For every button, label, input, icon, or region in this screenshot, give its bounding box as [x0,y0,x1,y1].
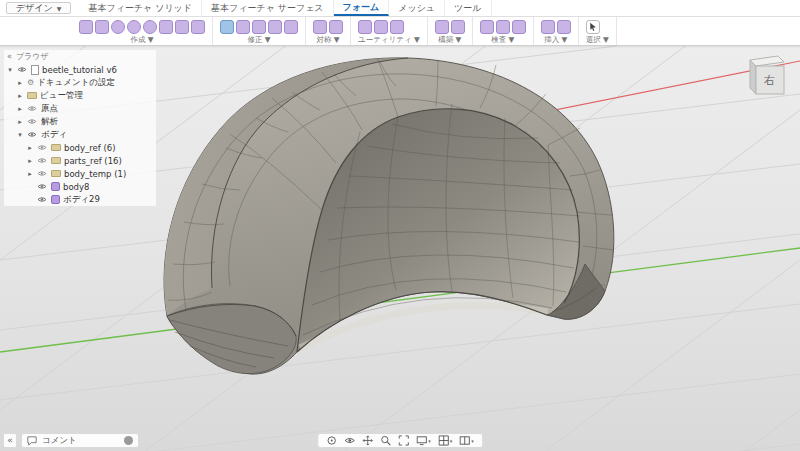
viewports-icon[interactable]: ▾ [459,435,474,446]
sphere-primitive-icon[interactable] [127,20,141,34]
edit-form-icon[interactable] [220,20,234,34]
convert-icon[interactable] [390,20,404,34]
fit-icon[interactable] [398,435,409,446]
disclosure-icon[interactable]: ▸ [26,170,34,178]
plane-primitive-icon[interactable] [95,20,109,34]
insert-svg-icon[interactable] [557,20,571,34]
3d-viewport[interactable]: « ブラウザ ▾ beetle_tutorial v6 ▸ ⚙ ドキュメントの設… [0,46,800,451]
group-label-modify[interactable]: 修正 ▼ [220,35,298,45]
view-cube-left-face[interactable] [750,60,756,94]
circular-internal-icon[interactable] [329,20,343,34]
visibility-eye-icon[interactable] [37,183,48,191]
insert-mesh-icon[interactable] [541,20,555,34]
group-label-select[interactable]: 選択 ▼ [586,35,609,45]
disclosure-icon[interactable]: ▸ [16,79,24,87]
grid-settings-icon[interactable]: ▾ [438,435,453,446]
toolbar-group-modify: 修正 ▼ [213,17,306,45]
comments-bar[interactable]: コメント [21,433,139,448]
display-mode-icon[interactable] [358,20,372,34]
tab-mesh[interactable]: メッシュ [389,0,445,16]
tree-item-body-ref[interactable]: ▸ body_ref (6) [4,141,156,154]
face-primitive-icon[interactable] [191,20,205,34]
measure-icon[interactable] [480,20,494,34]
tspline-body-icon [51,195,60,204]
folder-icon [27,92,37,99]
visibility-eye-icon[interactable] [27,118,38,126]
collapse-browser-icon[interactable]: « [7,52,12,61]
curvature-icon[interactable] [496,20,510,34]
visibility-eye-icon[interactable] [27,105,38,113]
repair-body-icon[interactable] [374,20,388,34]
visibility-eye-icon[interactable] [37,196,48,204]
tab-label: 基本フィーチャ ソリッド [88,2,192,15]
visibility-eye-icon[interactable] [27,131,38,139]
tree-item-label: body_temp (1) [64,169,126,179]
box-primitive-icon[interactable] [79,20,93,34]
app-header: デザイン ▼ 基本フィーチャ ソリッド 基本フィーチャ サーフェス フォーム メ… [0,0,800,46]
merge-edge-icon[interactable] [268,20,282,34]
group-label-utilities[interactable]: ユーティリティ ▼ [358,35,420,45]
axis-icon[interactable] [451,20,465,34]
visibility-eye-icon[interactable] [37,170,48,178]
tree-item-body8[interactable]: body8 [4,180,156,193]
collapse-palette-button[interactable]: « [3,433,17,448]
tree-item-label: body8 [63,182,89,192]
bridge-icon[interactable] [284,20,298,34]
tab-solid[interactable]: 基本フィーチャ ソリッド [79,0,202,16]
tab-surface[interactable]: 基本フィーチャ サーフェス [202,0,334,16]
tree-item-parts-ref[interactable]: ▸ parts_ref (16) [4,154,156,167]
subdivide-icon[interactable] [252,20,266,34]
mirror-internal-icon[interactable] [313,20,327,34]
group-label-create[interactable]: 作成 ▼ [79,35,205,45]
group-label-construct[interactable]: 構築 ▼ [435,35,465,45]
select-cursor-icon[interactable] [586,20,600,34]
disclosure-icon[interactable]: ▾ [6,66,14,74]
tree-item-origin[interactable]: ▸ 原点 [4,102,156,115]
folder-icon [51,144,61,151]
zoom-icon[interactable] [380,435,391,446]
toolbar-group-construct: 構築 ▼ [428,17,473,45]
disclosure-icon[interactable]: ▸ [16,118,24,126]
look-at-icon[interactable] [344,435,355,446]
workspace-selector[interactable]: デザイン ▼ [6,2,71,14]
visibility-eye-icon[interactable] [37,157,48,165]
group-label-inspect[interactable]: 検査 ▼ [480,35,526,45]
group-label-symmetry[interactable]: 対称 ▼ [313,35,343,45]
visibility-eye-icon[interactable] [37,144,48,152]
pan-icon[interactable] [362,435,373,446]
visibility-eye-icon[interactable] [17,66,28,74]
tree-item-bodies[interactable]: ▾ ボディ [4,128,156,141]
disclosure-icon[interactable]: ▸ [26,144,34,152]
workspace-label: デザイン [16,2,53,15]
tree-item-body-temp[interactable]: ▸ body_temp (1) [4,167,156,180]
torus-primitive-icon[interactable] [143,20,157,34]
quadball-primitive-icon[interactable] [159,20,173,34]
tree-item-label: ボディ [41,129,67,141]
comment-avatar[interactable] [124,436,133,445]
tree-item-root[interactable]: ▾ beetle_tutorial v6 [4,63,156,76]
cylinder-primitive-icon[interactable] [111,20,125,34]
insert-edge-icon[interactable] [236,20,250,34]
tree-item-body29[interactable]: ボディ29 [4,193,156,206]
disclosure-icon[interactable]: ▸ [16,105,24,113]
view-cube[interactable]: 右 [740,48,792,104]
display-settings-icon[interactable]: ▾ [416,435,431,446]
comment-bubble-icon [27,436,37,446]
toolbar-group-symmetry: 対称 ▼ [306,17,351,45]
document-icon [31,65,39,75]
tree-item-document-settings[interactable]: ▸ ⚙ ドキュメントの設定 [4,76,156,89]
tab-form[interactable]: フォーム [334,0,390,16]
group-label-insert[interactable]: 挿入 ▼ [541,35,571,45]
disclosure-icon[interactable]: ▸ [16,92,24,100]
tab-tools[interactable]: ツール [445,0,491,16]
tree-item-analysis[interactable]: ▸ 解析 [4,115,156,128]
tab-label: フォーム [343,1,380,14]
orbit-icon[interactable] [326,435,337,446]
form-body-model[interactable] [164,58,614,374]
disclosure-icon[interactable]: ▸ [26,157,34,165]
offset-plane-icon[interactable] [435,20,449,34]
pipe-primitive-icon[interactable] [175,20,189,34]
disclosure-icon[interactable]: ▾ [16,131,24,139]
zebra-icon[interactable] [512,20,526,34]
tree-item-views[interactable]: ▸ ビュー管理 [4,89,156,102]
